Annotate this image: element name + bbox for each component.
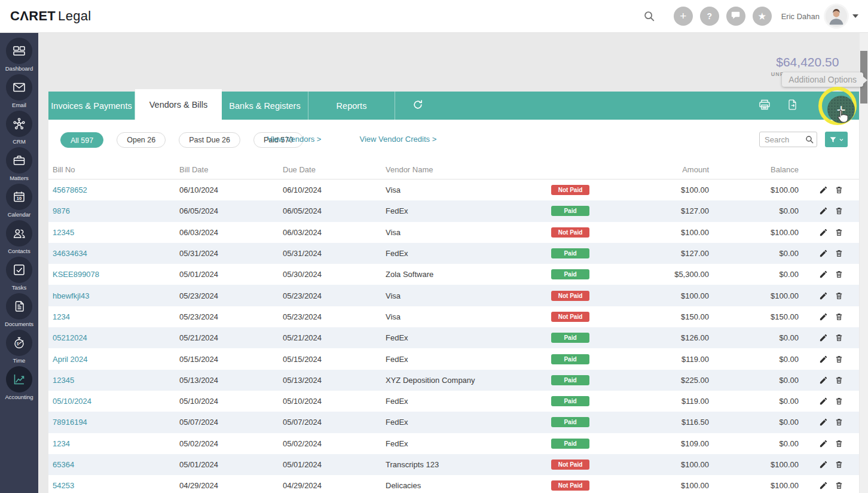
search-icon[interactable] — [643, 10, 656, 23]
sidebar-item-email[interactable]: Email — [6, 74, 32, 108]
bill-number-link[interactable]: 05/10/2024 — [53, 397, 179, 406]
favorites-button[interactable]: ★ — [753, 7, 772, 26]
delete-icon[interactable] — [835, 291, 843, 300]
delete-icon[interactable] — [835, 439, 843, 448]
filter-button[interactable] — [825, 132, 848, 147]
sidebar-item-calendar[interactable]: 10 Calendar — [6, 184, 32, 218]
delete-icon[interactable] — [835, 185, 843, 194]
bill-number-link[interactable]: 05212024 — [53, 333, 179, 342]
delete-icon[interactable] — [835, 376, 843, 385]
bill-number-link[interactable]: 12345 — [53, 228, 179, 237]
avatar[interactable] — [826, 5, 847, 27]
tab-vendors-bills[interactable]: Vendors & Bills — [135, 89, 222, 120]
delete-icon[interactable] — [835, 206, 843, 215]
table-row[interactable]: 34634634 05/31/2024 05/31/2024 FedEx Pai… — [48, 243, 859, 264]
sidebar-item-time[interactable]: $ Time — [6, 330, 32, 364]
vertical-scrollbar[interactable] — [860, 33, 868, 493]
bill-number-link[interactable]: April 2024 — [53, 355, 179, 364]
edit-icon[interactable] — [819, 418, 828, 427]
additional-options-tooltip: Additional Options — [782, 72, 863, 87]
add-bill-button[interactable]: + — [827, 96, 855, 123]
tab-invoices-payments[interactable]: Invoices & Payments — [48, 92, 135, 120]
delete-icon[interactable] — [835, 270, 843, 279]
help-button[interactable]: ? — [700, 7, 719, 26]
filter-pill-past-due[interactable]: Past Due 26 — [179, 132, 240, 148]
bill-number-link[interactable]: 78916194 — [53, 418, 179, 427]
column-header-balance[interactable]: Balance — [709, 165, 799, 174]
bill-number-link[interactable]: KSEE899078 — [53, 270, 179, 279]
delete-icon[interactable] — [835, 397, 843, 406]
table-row[interactable]: 1234 05/23/2024 05/23/2024 Visa Not Paid… — [48, 306, 859, 327]
view-vendor-credits-link[interactable]: View Vendor Credits > — [359, 135, 436, 144]
table-row[interactable]: 54253 04/29/2024 04/29/2024 Delicacies N… — [48, 475, 859, 493]
edit-icon[interactable] — [819, 333, 828, 342]
edit-icon[interactable] — [819, 185, 828, 194]
table-row[interactable]: hbewfkjl43 05/23/2024 05/23/2024 Visa No… — [48, 285, 859, 306]
view-vendors-link[interactable]: View Vendors > — [267, 135, 321, 144]
bill-number-link[interactable]: 12345 — [53, 376, 179, 385]
edit-icon[interactable] — [819, 270, 828, 279]
filter-pill-all[interactable]: All 597 — [60, 132, 103, 148]
sidebar-item-accounting[interactable]: Accounting — [5, 366, 33, 400]
edit-icon[interactable] — [819, 291, 828, 300]
export-button[interactable] — [786, 98, 799, 114]
edit-icon[interactable] — [819, 439, 828, 448]
delete-icon[interactable] — [835, 418, 843, 427]
edit-icon[interactable] — [819, 355, 828, 364]
column-header-bill-date[interactable]: Bill Date — [179, 165, 283, 174]
table-row[interactable]: 05/10/2024 05/10/2024 05/10/2024 FedEx P… — [48, 391, 859, 412]
sidebar-item-matters[interactable]: Matters — [6, 147, 32, 181]
table-row[interactable]: April 2024 05/15/2024 05/15/2024 FedEx P… — [48, 348, 859, 369]
edit-icon[interactable] — [819, 312, 828, 321]
messages-button[interactable] — [726, 7, 745, 26]
bill-number-link[interactable]: 45678652 — [53, 185, 179, 194]
bill-number-link[interactable]: 65364 — [53, 460, 179, 469]
column-header-due-date[interactable]: Due Date — [283, 165, 386, 174]
table-row[interactable]: 1234 05/02/2024 05/02/2024 FedEx Paid $1… — [48, 433, 859, 454]
delete-icon[interactable] — [835, 460, 843, 469]
refresh-button[interactable] — [412, 92, 424, 120]
sidebar-item-documents[interactable]: Documents — [5, 293, 33, 327]
bill-number-link[interactable]: hbewfkjl43 — [53, 291, 179, 300]
print-button[interactable] — [757, 98, 772, 114]
edit-icon[interactable] — [819, 460, 828, 469]
sidebar-item-tasks[interactable]: Tasks — [6, 257, 32, 291]
column-header-bill-no[interactable]: Bill No — [53, 165, 179, 174]
table-row[interactable]: KSEE899078 05/01/2024 05/30/2024 Zola So… — [48, 264, 859, 285]
edit-icon[interactable] — [819, 376, 828, 385]
add-button[interactable]: + — [674, 7, 693, 26]
table-row[interactable]: 12345 06/03/2024 06/03/2024 Visa Not Pai… — [48, 222, 859, 243]
table-row[interactable]: 45678652 06/10/2024 06/10/2024 Visa Not … — [48, 179, 859, 200]
delete-icon[interactable] — [835, 249, 843, 258]
sidebar-item-crm[interactable]: CRM — [6, 111, 32, 145]
sidebar-item-dashboard[interactable]: Dashboard — [5, 38, 33, 72]
edit-icon[interactable] — [819, 397, 828, 406]
table-row[interactable]: 12345 05/13/2024 05/13/2024 XYZ Depositi… — [48, 370, 859, 391]
edit-icon[interactable] — [819, 228, 828, 237]
vendor-name: Transcripts 123 — [386, 460, 545, 469]
bill-number-link[interactable]: 54253 — [53, 481, 179, 490]
sidebar-item-contacts[interactable]: Contacts — [6, 220, 32, 254]
delete-icon[interactable] — [835, 312, 843, 321]
table-row[interactable]: 78916194 05/07/2024 05/07/2024 FedEx Pai… — [48, 412, 859, 433]
edit-icon[interactable] — [819, 206, 828, 215]
table-row[interactable]: 65364 05/01/2024 05/01/2024 Transcripts … — [48, 454, 859, 475]
filter-pill-open[interactable]: Open 26 — [117, 132, 166, 148]
tab-banks-registers[interactable]: Banks & Registers — [222, 92, 308, 120]
user-menu-chevron-icon[interactable] — [852, 14, 858, 18]
column-header-vendor-name[interactable]: Vendor Name — [386, 165, 545, 174]
delete-icon[interactable] — [835, 228, 843, 237]
tab-reports[interactable]: Reports — [308, 92, 395, 120]
bill-number-link[interactable]: 1234 — [53, 439, 179, 448]
edit-icon[interactable] — [819, 481, 828, 490]
bill-number-link[interactable]: 9876 — [53, 206, 179, 215]
column-header-amount[interactable]: Amount — [604, 165, 709, 174]
delete-icon[interactable] — [835, 481, 843, 490]
table-row[interactable]: 9876 06/05/2024 06/05/2024 FedEx Paid $1… — [48, 200, 859, 221]
bill-number-link[interactable]: 34634634 — [53, 249, 179, 258]
delete-icon[interactable] — [835, 333, 843, 342]
delete-icon[interactable] — [835, 355, 843, 364]
edit-icon[interactable] — [819, 249, 828, 258]
table-row[interactable]: 05212024 05/21/2024 05/21/2024 FedEx Pai… — [48, 327, 859, 348]
bill-number-link[interactable]: 1234 — [53, 312, 179, 321]
